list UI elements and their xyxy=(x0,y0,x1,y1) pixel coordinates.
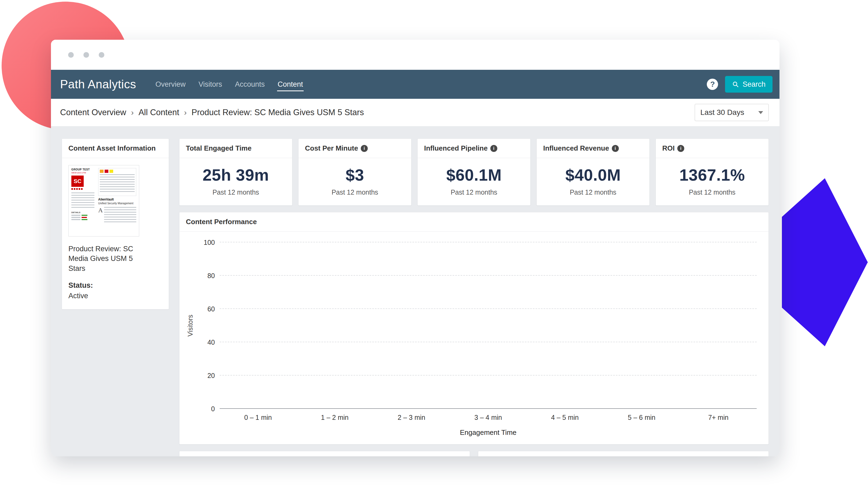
bar-slot xyxy=(220,242,297,409)
top-visitors-title: Top Visitors xyxy=(179,451,470,456)
content-thumbnail[interactable]: GROUP TEST SIEM and UTM SC DETAILS xyxy=(68,165,139,236)
chevron-right-icon: › xyxy=(131,108,134,117)
chevron-down-icon xyxy=(758,111,763,114)
x-tick-label: 7+ min xyxy=(680,414,757,422)
breadcrumb-item-current: Product Review: SC Media Gives USM 5 Sta… xyxy=(191,108,364,117)
window-control-dot xyxy=(99,52,104,58)
chart-body: Visitors 020406080100 0 – 1 min1 – 2 min… xyxy=(179,232,768,444)
metric-value: 1367.1% xyxy=(658,166,766,184)
x-axis-title: Engagement Time xyxy=(220,428,757,437)
status-label: Status: xyxy=(68,281,162,290)
thumbnail-left-column: GROUP TEST SIEM and UTM SC DETAILS xyxy=(71,168,96,233)
bar-slot xyxy=(527,242,603,409)
metric-card-influenced-revenue: Influenced Revenue $40.0M Past 12 months xyxy=(537,138,650,206)
metric-label: Influenced Pipeline xyxy=(418,139,530,158)
chart-title: Content Performance xyxy=(179,212,768,232)
info-icon[interactable] xyxy=(612,145,619,152)
gridline xyxy=(220,242,757,242)
gridline xyxy=(220,375,757,376)
thumbnail-vendor: AlienVault xyxy=(98,197,136,201)
y-tick-label: 100 xyxy=(204,239,215,246)
breadcrumb: Content Overview › All Content › Product… xyxy=(51,99,779,126)
nav-item-overview[interactable]: Overview xyxy=(155,77,186,91)
app-window: Path Analytics Overview Visitors Account… xyxy=(51,40,779,456)
asset-card-title: Content Asset Information xyxy=(62,139,169,158)
mini-screenshot-tiles xyxy=(100,170,135,173)
thumbnail-detail-row xyxy=(71,215,96,216)
date-range-value: Last 30 Days xyxy=(700,108,744,117)
y-tick-label: 60 xyxy=(207,305,215,313)
nav-item-content[interactable]: Content xyxy=(277,77,304,91)
metric-period: Past 12 months xyxy=(420,188,528,196)
window-titlebar xyxy=(51,40,779,70)
metric-label: Cost Per Minute xyxy=(299,139,411,158)
metric-label-text: Influenced Revenue xyxy=(543,144,609,153)
x-axis-labels: 0 – 1 min1 – 2 min2 – 3 min3 – 4 min4 – … xyxy=(220,414,757,422)
y-tick-label: 80 xyxy=(207,272,215,280)
chevron-right-icon: › xyxy=(184,108,187,117)
search-button[interactable]: Search xyxy=(725,76,772,93)
metric-label-text: Total Engaged Time xyxy=(186,144,252,153)
info-icon[interactable] xyxy=(361,145,368,152)
search-icon xyxy=(732,81,739,88)
x-tick-label: 2 – 3 min xyxy=(373,414,450,422)
thumbnail-detail-row xyxy=(71,217,96,218)
metric-body: $40.0M Past 12 months xyxy=(537,158,650,205)
bar-slot xyxy=(297,242,373,409)
metric-label: Total Engaged Time xyxy=(179,139,292,158)
y-axis-title: Visitors xyxy=(186,315,194,337)
metric-label-text: Cost Per Minute xyxy=(305,144,358,153)
sc-media-logo: SC xyxy=(71,175,84,187)
chart-plot: 020406080100 xyxy=(220,242,757,409)
asset-card-body: GROUP TEST SIEM and UTM SC DETAILS xyxy=(62,158,169,309)
y-tick-label: 0 xyxy=(211,405,215,413)
search-button-label: Search xyxy=(742,80,766,88)
metric-body: 1367.1% Past 12 months xyxy=(656,158,768,205)
thumbnail-text-lines xyxy=(71,193,95,209)
metric-label: Influenced Revenue xyxy=(537,139,650,158)
breadcrumb-item-content-overview[interactable]: Content Overview xyxy=(60,108,126,117)
rating-stars xyxy=(71,188,96,190)
metric-card-roi: ROI 1367.1% Past 12 months xyxy=(656,138,769,206)
navbar-actions: Search xyxy=(707,76,772,93)
metric-value: $3 xyxy=(301,166,409,184)
metric-label-text: ROI xyxy=(662,144,675,153)
top-visitors-card: Top Visitors xyxy=(179,451,470,456)
metric-period: Past 12 months xyxy=(301,188,409,196)
metric-body: $3 Past 12 months xyxy=(299,158,411,205)
x-tick-label: 4 – 5 min xyxy=(527,414,603,422)
thumbnail-paragraph: A xyxy=(98,207,136,222)
thumbnail-kicker: GROUP TEST xyxy=(71,168,96,171)
metric-period: Past 12 months xyxy=(539,188,647,196)
metric-label-text: Influenced Pipeline xyxy=(424,144,488,153)
top-accounts-title: Top Accounts xyxy=(478,451,768,456)
top-navbar: Path Analytics Overview Visitors Account… xyxy=(51,70,779,99)
metric-value: $60.1M xyxy=(420,166,528,184)
y-tick-label: 20 xyxy=(207,372,215,379)
metric-body: $60.1M Past 12 months xyxy=(418,158,530,205)
primary-nav: Overview Visitors Accounts Content xyxy=(155,77,303,91)
help-icon[interactable] xyxy=(707,78,718,90)
status-value: Active xyxy=(68,292,162,300)
nav-item-visitors[interactable]: Visitors xyxy=(198,77,223,91)
thumbnail-detail-row xyxy=(71,219,96,220)
thumbnail-tag: SIEM and UTM xyxy=(71,171,96,174)
bar-slot xyxy=(603,242,680,409)
nav-item-accounts[interactable]: Accounts xyxy=(235,77,265,91)
brand-logo[interactable]: Path Analytics xyxy=(60,77,136,91)
bar-slot xyxy=(450,242,527,409)
breadcrumb-item-all-content[interactable]: All Content xyxy=(138,108,179,117)
info-icon[interactable] xyxy=(490,145,497,152)
date-range-select[interactable]: Last 30 Days xyxy=(695,104,769,121)
thumbnail-dropcap: A xyxy=(98,207,103,222)
metrics-row: Total Engaged Time 25h 39m Past 12 month… xyxy=(179,138,769,206)
thumbnail-right-column: AlienVault Unified Security Management A xyxy=(98,168,136,233)
page-canvas: Path Analytics Overview Visitors Account… xyxy=(0,0,868,499)
mini-screenshot-lines xyxy=(100,174,135,193)
info-icon[interactable] xyxy=(677,145,684,152)
content-performance-card: Content Performance Visitors 02040608010… xyxy=(179,212,769,445)
gridline xyxy=(220,342,757,342)
x-tick-label: 1 – 2 min xyxy=(297,414,373,422)
top-accounts-card: Top Accounts xyxy=(478,451,769,456)
dashboard-content: Content Asset Information GROUP TEST SIE… xyxy=(51,126,779,456)
